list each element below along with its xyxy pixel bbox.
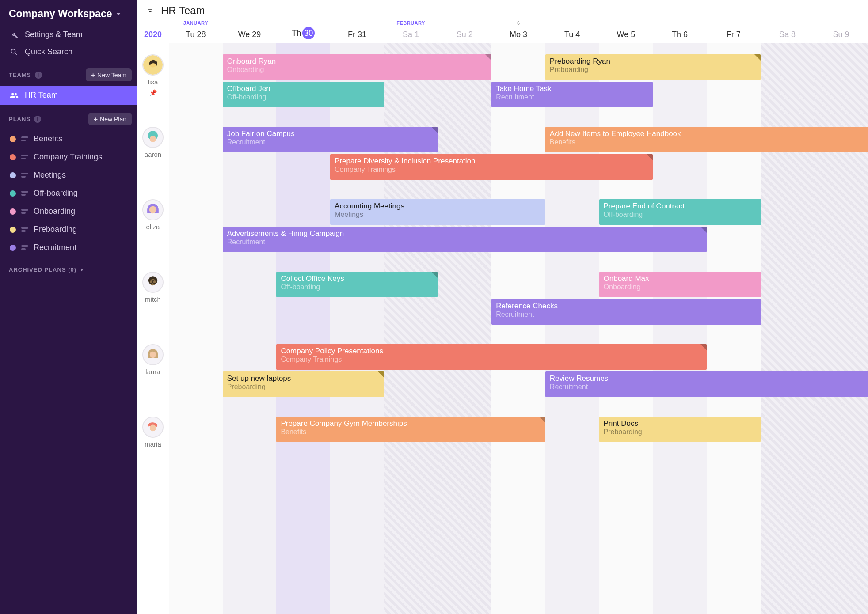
avatar[interactable] xyxy=(142,344,164,365)
task-lane[interactable]: Collect Office KeysOff-boardingOnboard M… xyxy=(169,272,868,326)
person-cell[interactable]: maria xyxy=(137,417,169,448)
plan-name: Off-boarding xyxy=(34,189,78,198)
settings-team-link[interactable]: Settings & Team xyxy=(0,26,137,43)
avatar[interactable] xyxy=(142,272,164,293)
year-label[interactable]: 2020 xyxy=(137,19,169,43)
person-cell[interactable]: eliza xyxy=(137,199,169,254)
task-row: Advertisements & Hiring CampaignRecruitm… xyxy=(169,227,868,253)
avatar[interactable] xyxy=(142,199,164,220)
person-row: elizaAccounting MeetingsMeetingsPrepare … xyxy=(137,188,868,261)
plan-color-dot xyxy=(10,136,16,142)
task-bar[interactable]: Onboard MaxOnboarding xyxy=(599,272,761,297)
day-label: Tu 4 xyxy=(564,30,580,39)
person-cell[interactable]: laura xyxy=(137,344,169,399)
task-bar[interactable]: Take Home TaskRecruitment xyxy=(491,82,653,107)
plan-bars-icon xyxy=(21,227,28,232)
person-row: lisa📌Onboard RyanOnboardingPreboarding R… xyxy=(137,43,868,116)
day-column-header[interactable]: We 5 xyxy=(599,19,653,43)
plan-item[interactable]: Recruitment xyxy=(0,239,137,257)
new-plan-button[interactable]: +New Plan xyxy=(88,113,132,125)
person-name: aaron xyxy=(145,151,161,158)
plus-icon: + xyxy=(91,71,95,79)
task-lane[interactable]: Company Policy PresentationsCompany Trai… xyxy=(169,344,868,399)
task-bar[interactable]: Prepare Diversity & Inclusion Presentati… xyxy=(330,154,653,180)
task-category: Recruitment xyxy=(550,383,864,391)
task-lane[interactable]: Job Fair on CampusRecruitmentAdd New Ite… xyxy=(169,127,868,182)
task-bar[interactable]: Preboarding RyanPreboarding xyxy=(545,54,761,80)
task-bar[interactable]: Add New Items to Employee HandbookBenefi… xyxy=(545,127,868,152)
timeline-body[interactable]: lisa📌Onboard RyanOnboardingPreboarding R… xyxy=(137,43,868,614)
task-title: Accounting Meetings xyxy=(335,202,541,211)
avatar[interactable] xyxy=(142,54,164,76)
month-label: FEBRUARY xyxy=(396,20,425,26)
month-label: JANUARY xyxy=(183,20,208,26)
task-bar[interactable]: Offboard JenOff-boarding xyxy=(223,82,384,107)
task-lane[interactable]: Prepare Company Gym MembershipsBenefitsP… xyxy=(169,417,868,448)
task-title: Onboard Max xyxy=(604,274,756,283)
plan-bars-icon xyxy=(21,155,28,159)
task-bar[interactable]: Collect Office KeysOff-boarding xyxy=(276,272,438,297)
task-bar[interactable]: Onboard RyanOnboarding xyxy=(223,54,491,80)
plan-item[interactable]: Onboarding xyxy=(0,202,137,220)
task-bar[interactable]: Advertisements & Hiring CampaignRecruitm… xyxy=(223,227,707,252)
day-column-header[interactable]: Sa 8 xyxy=(761,19,815,43)
task-bar[interactable]: Job Fair on CampusRecruitment xyxy=(223,127,438,152)
plan-item[interactable]: Company Trainings xyxy=(0,148,137,166)
task-lane[interactable]: Accounting MeetingsMeetingsPrepare End o… xyxy=(169,199,868,254)
plan-name: Preboarding xyxy=(34,225,77,234)
task-lane[interactable]: Onboard RyanOnboardingPreboarding RyanPr… xyxy=(169,54,868,109)
day-column-header[interactable]: We 29 xyxy=(223,19,277,43)
day-column-header[interactable]: Su 2 xyxy=(438,19,491,43)
task-corner-icon xyxy=(378,371,384,378)
plan-item[interactable]: Preboarding xyxy=(0,220,137,239)
new-team-button[interactable]: +New Team xyxy=(86,68,132,81)
task-category: Onboarding xyxy=(227,66,487,74)
chevron-right-icon xyxy=(81,268,83,272)
day-label: Su 9 xyxy=(833,30,849,39)
day-column-header[interactable]: Su 9 xyxy=(814,19,868,43)
workspace-selector[interactable]: Company Workspace xyxy=(0,4,137,26)
day-column-header[interactable]: FEBRUARYSa 1 xyxy=(384,19,438,43)
plan-bars-icon xyxy=(21,245,28,250)
info-icon[interactable]: i xyxy=(35,72,42,79)
day-column-header[interactable]: Tu 4 xyxy=(545,19,599,43)
archived-plans-toggle[interactable]: ARCHIVED PLANS (0) xyxy=(0,257,137,283)
day-column-header[interactable]: 6Mo 3 xyxy=(491,19,545,43)
task-title: Print Docs xyxy=(604,419,756,428)
task-bar[interactable]: Accounting MeetingsMeetings xyxy=(330,199,545,225)
task-category: Company Trainings xyxy=(335,166,648,174)
task-bar[interactable]: Company Policy PresentationsCompany Trai… xyxy=(276,344,707,370)
day-column-header[interactable]: Fr 31 xyxy=(330,19,384,43)
day-column-header[interactable]: JANUARYTu 28 xyxy=(169,19,223,43)
filter-icon[interactable] xyxy=(146,5,155,16)
plan-item[interactable]: Off-boarding xyxy=(0,184,137,202)
task-bar[interactable]: Set up new laptopsPreboarding xyxy=(223,371,384,397)
timeline-header: 2020 JANUARYTu 28We 29Th 30Fr 31FEBRUARY… xyxy=(137,19,868,43)
task-title: Prepare Company Gym Memberships xyxy=(281,419,541,428)
person-cell[interactable]: lisa📌 xyxy=(137,54,169,109)
person-cell[interactable]: mitch xyxy=(137,272,169,326)
day-column-header[interactable]: Th 30 xyxy=(276,19,330,43)
day-column-header[interactable]: Fr 7 xyxy=(707,19,761,43)
team-item[interactable]: HR Team xyxy=(0,86,137,105)
pin-icon[interactable]: 📌 xyxy=(149,89,157,96)
avatar[interactable] xyxy=(142,127,164,148)
plan-item[interactable]: Meetings xyxy=(0,166,137,184)
task-bar[interactable]: Reference ChecksRecruitment xyxy=(491,299,760,325)
task-bar[interactable]: Review ResumesRecruitment xyxy=(545,371,868,397)
day-label: Sa 8 xyxy=(779,30,796,39)
avatar[interactable] xyxy=(142,417,164,438)
task-row: Set up new laptopsPreboardingReview Resu… xyxy=(169,371,868,398)
day-column-header[interactable]: Th 6 xyxy=(653,19,707,43)
task-title: Onboard Ryan xyxy=(227,57,487,66)
plan-color-dot xyxy=(10,227,16,233)
info-icon[interactable]: i xyxy=(34,116,41,123)
person-cell[interactable]: aaron xyxy=(137,127,169,182)
day-label: Fr 31 xyxy=(348,30,366,39)
task-bar[interactable]: Print DocsPreboarding xyxy=(599,417,761,442)
task-bar[interactable]: Prepare End of ContractOff-boarding xyxy=(599,199,761,225)
plan-item[interactable]: Benefits xyxy=(0,130,137,148)
task-bar[interactable]: Prepare Company Gym MembershipsBenefits xyxy=(276,417,545,442)
person-name: mitch xyxy=(145,296,161,303)
quick-search-link[interactable]: Quick Search xyxy=(0,43,137,61)
